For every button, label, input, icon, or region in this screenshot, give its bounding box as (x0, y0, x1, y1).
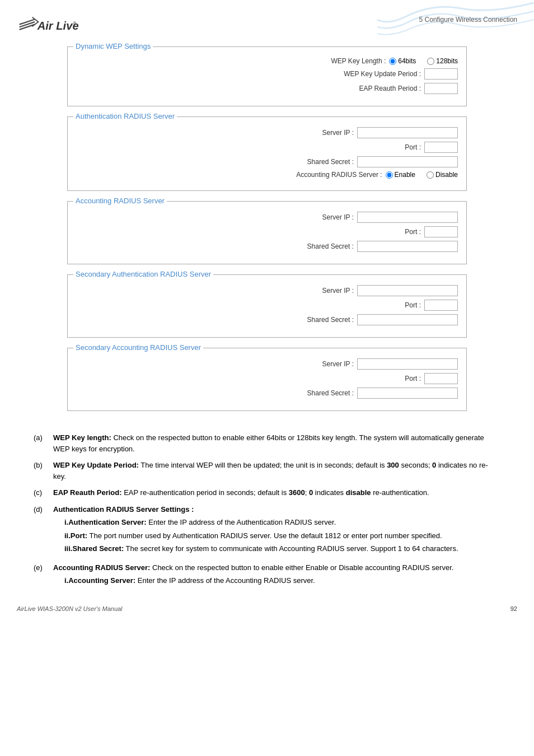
sec-auth-shared-secret-label: Shared Secret : (253, 316, 354, 324)
auth-shared-secret-input[interactable] (357, 156, 458, 167)
sec-acct-shared-secret-input[interactable] (357, 388, 458, 399)
accounting-enable-label: Accounting RADIUS Server : (282, 171, 382, 179)
sec-auth-server-ip-row: Server IP : (76, 285, 458, 296)
sec-auth-shared-secret-input[interactable] (357, 314, 458, 325)
acct-server-ip-row: Server IP : (76, 212, 458, 223)
body-item-e-content: Accounting RADIUS Server: Check on the r… (53, 562, 500, 589)
body-item-c-label: (c) (34, 487, 53, 498)
body-item-d-ii: ii.Port: The port number used by Authent… (64, 530, 500, 542)
auth-radius-title: Authentication RADIUS Server (73, 112, 177, 120)
radio-128bits-label: 128bits (436, 57, 458, 65)
sec-acct-port-input[interactable]: 1813 (424, 373, 458, 384)
wep-key-length-label: WEP Key Length : (285, 57, 386, 65)
body-item-c-title: EAP Reauth Period: (53, 488, 122, 497)
accounting-radios: Enable Disable (386, 171, 458, 179)
airlive-logo: Air Live ® (17, 10, 78, 41)
wep-key-length-row: WEP Key Length : 64bits 128bits (76, 57, 458, 65)
auth-server-ip-row: Server IP : (76, 127, 458, 138)
sec-acct-shared-secret-row: Shared Secret : (76, 388, 458, 399)
acct-shared-secret-label: Shared Secret : (253, 242, 354, 250)
sec-acct-server-ip-input[interactable] (357, 358, 458, 370)
body-item-d-content: Authentication RADIUS Server Settings : … (53, 504, 500, 557)
accounting-enable-row: Accounting RADIUS Server : Enable Disabl… (76, 171, 458, 179)
dynamic-wep-title: Dynamic WEP Settings (73, 42, 153, 50)
svg-line-0 (20, 20, 35, 25)
body-text-section: (a) WEP Key length: Check on the respect… (0, 432, 534, 589)
radio-64bits-label: 64bits (398, 57, 416, 65)
radio-64bits[interactable]: 64bits (389, 57, 416, 65)
eap-reauth-input[interactable]: 3600 (424, 83, 458, 94)
wep-key-length-radios: 64bits 128bits (389, 57, 458, 65)
svg-line-2 (20, 25, 35, 30)
body-item-d-i: i.Authentication Server: Enter the IP ad… (64, 517, 500, 528)
logo-area: Air Live ® (17, 10, 78, 41)
sec-auth-shared-secret-row: Shared Secret : (76, 314, 458, 325)
main-content: Dynamic WEP Settings WEP Key Length : 64… (0, 41, 534, 432)
accounting-radius-panel: Accounting RADIUS Server Server IP : Por… (67, 201, 467, 264)
dynamic-wep-panel: Dynamic WEP Settings WEP Key Length : 64… (67, 46, 467, 106)
svg-text:Air Live: Air Live (37, 20, 78, 32)
acct-shared-secret-input[interactable] (357, 241, 458, 252)
body-item-b-title: WEP Key Update Period: (53, 461, 139, 469)
wep-update-period-label: WEP Key Update Period : (320, 70, 421, 78)
sec-auth-port-row: Port : 1812 (76, 300, 458, 311)
body-item-c-content: EAP Reauth Period: EAP re-authentication… (53, 487, 500, 498)
body-item-b: (b) WEP Key Update Period: The time inte… (34, 460, 500, 482)
radio-128bits[interactable]: 128bits (427, 57, 458, 65)
auth-port-label: Port : (320, 143, 421, 151)
acct-server-ip-label: Server IP : (253, 213, 354, 221)
body-item-b-content: WEP Key Update Period: The time interval… (53, 460, 500, 482)
radio-enable-input[interactable] (386, 171, 393, 179)
radio-enable-label: Enable (395, 171, 415, 179)
body-item-c: (c) EAP Reauth Period: EAP re-authentica… (34, 487, 500, 498)
body-item-e-label: (e) (34, 562, 53, 589)
body-item-e-i: i.Accounting Server: Enter the IP addres… (64, 575, 500, 586)
decorative-wave (377, 0, 534, 36)
eap-reauth-label: EAP Reauth Period : (320, 85, 421, 92)
auth-shared-secret-row: Shared Secret : (76, 156, 458, 167)
acct-port-label: Port : (320, 228, 421, 236)
eap-reauth-row: EAP Reauth Period : 3600 (76, 83, 458, 94)
auth-port-input[interactable]: 1812 (424, 142, 458, 153)
sec-auth-server-ip-input[interactable] (357, 285, 458, 296)
acct-server-ip-input[interactable] (357, 212, 458, 223)
body-item-a-text: Check on the respected button to enable … (53, 433, 484, 453)
wep-update-period-input[interactable]: 300 (424, 68, 458, 80)
sec-auth-server-ip-label: Server IP : (253, 287, 354, 295)
body-item-a: (a) WEP Key length: Check on the respect… (34, 432, 500, 454)
body-item-c-text: EAP re-authentication period in seconds;… (124, 488, 429, 497)
auth-port-row: Port : 1812 (76, 142, 458, 153)
sec-acct-port-label: Port : (320, 375, 421, 382)
acct-shared-secret-row: Shared Secret : (76, 241, 458, 252)
secondary-accounting-radius-panel: Secondary Accounting RADIUS Server Serve… (67, 348, 467, 411)
auth-server-ip-label: Server IP : (253, 129, 354, 137)
radio-disable[interactable]: Disable (427, 171, 458, 179)
radio-128bits-input[interactable] (427, 58, 434, 65)
radio-64bits-input[interactable] (389, 58, 396, 65)
wep-update-period-row: WEP Key Update Period : 300 (76, 68, 458, 80)
secondary-auth-radius-panel: Secondary Authentication RADIUS Server S… (67, 274, 467, 338)
sec-acct-port-row: Port : 1813 (76, 373, 458, 384)
auth-server-ip-input[interactable] (357, 127, 458, 138)
svg-text:®: ® (73, 21, 77, 26)
acct-port-input[interactable]: 1813 (424, 226, 458, 237)
radio-enable[interactable]: Enable (386, 171, 415, 179)
secondary-auth-radius-title: Secondary Authentication RADIUS Server (73, 270, 213, 278)
body-item-d-label: (d) (34, 504, 53, 557)
secondary-accounting-radius-title: Secondary Accounting RADIUS Server (73, 343, 203, 352)
footer-manual-title: AirLive WIAS-3200N v2 User's Manual (17, 605, 123, 612)
footer-page-number: 92 (510, 605, 517, 612)
acct-port-row: Port : 1813 (76, 226, 458, 237)
page-footer: AirLive WIAS-3200N v2 User's Manual 92 (0, 600, 534, 618)
sec-acct-server-ip-row: Server IP : (76, 358, 458, 370)
body-item-d-iii: iii.Shared Secret: The secret key for sy… (64, 543, 500, 554)
body-item-b-label: (b) (34, 460, 53, 482)
auth-shared-secret-label: Shared Secret : (253, 158, 354, 166)
body-item-d-title: Authentication RADIUS Server Settings : (53, 505, 194, 514)
radio-disable-input[interactable] (427, 171, 434, 179)
accounting-radius-title: Accounting RADIUS Server (73, 197, 167, 205)
auth-radius-panel: Authentication RADIUS Server Server IP :… (67, 116, 467, 191)
body-item-d: (d) Authentication RADIUS Server Setting… (34, 504, 500, 557)
sec-auth-port-input[interactable]: 1812 (424, 300, 458, 311)
body-item-e-title: Accounting RADIUS Server: (53, 563, 150, 572)
